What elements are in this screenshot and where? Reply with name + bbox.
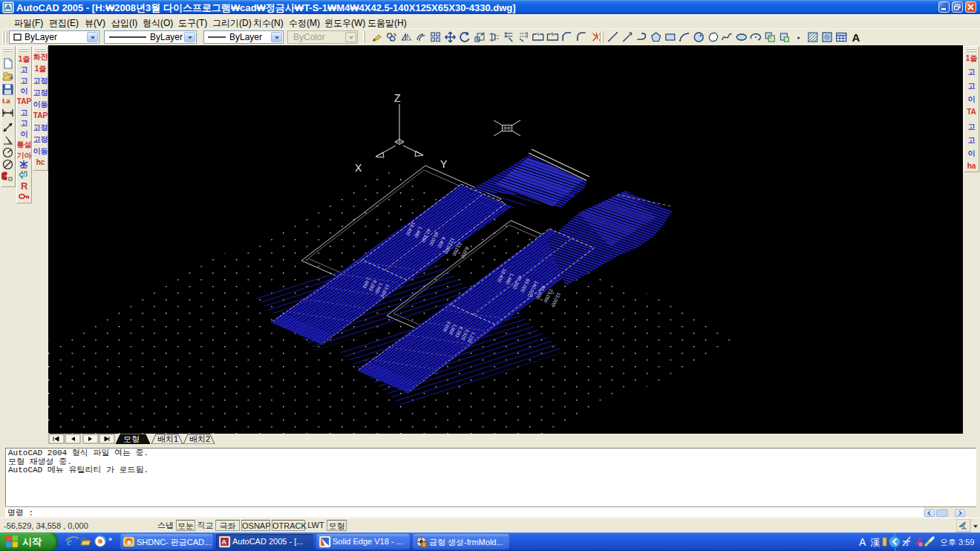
svg-text:배치1: 배치1: [157, 434, 178, 443]
svg-text:R: R: [21, 180, 28, 192]
svg-text:Z: Z: [394, 92, 401, 104]
svg-text:A: A: [852, 31, 860, 44]
svg-text:Y: Y: [440, 158, 448, 170]
svg-text:X: X: [355, 162, 362, 174]
svg-text:A: A: [222, 538, 227, 546]
svg-text:모형: 모형: [123, 434, 140, 443]
svg-text:배치2: 배치2: [189, 434, 210, 443]
svg-text:3: 3: [905, 541, 909, 547]
svg-text:ByLayer: ByLayer: [24, 32, 57, 42]
svg-text:»: »: [108, 535, 112, 543]
svg-text:ByLayer: ByLayer: [229, 32, 262, 42]
svg-text:㊝: ㊝: [126, 540, 131, 546]
svg-text:ByLayer: ByLayer: [150, 32, 183, 42]
svg-text:t.a: t.a: [2, 97, 10, 105]
